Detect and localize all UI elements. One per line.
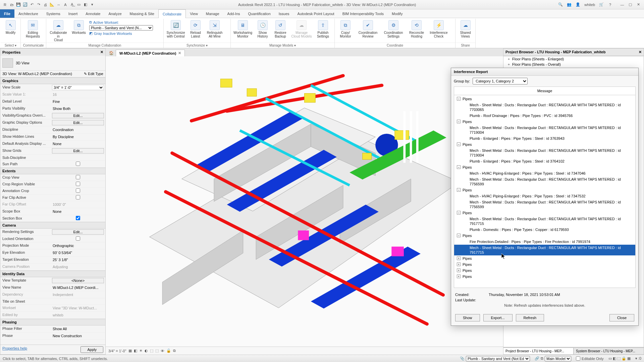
- status-workset-select[interactable]: Plumb - Sanitary and Vent (Not Ed: [466, 356, 530, 361]
- tab-view[interactable]: View: [186, 9, 202, 18]
- project-browser-item[interactable]: +Floor Plans (Sheets - Enlarged): [503, 56, 644, 62]
- view-type-label[interactable]: 3D View: [16, 61, 103, 65]
- property-row[interactable]: Camera PositionAdjusting: [0, 263, 105, 270]
- dialog-title[interactable]: Interference Report: [451, 68, 638, 76]
- maximize-button[interactable]: ▢: [627, 2, 634, 8]
- property-value[interactable]: 93' 0 53/64": [51, 249, 105, 256]
- status-model-select[interactable]: Main Model: [545, 356, 571, 361]
- revit-icon[interactable]: R: [2, 2, 8, 8]
- property-row[interactable]: Far Clip Offset1000' 0": [0, 201, 105, 208]
- dim-icon[interactable]: ↔: [56, 2, 62, 8]
- project-browser-item[interactable]: +Floor Plans (Sheets - Overall): [503, 62, 644, 67]
- active-workset-select[interactable]: Plumb - Sanitary and Vent (N...: [89, 25, 153, 31]
- property-value[interactable]: Show All: [51, 325, 105, 332]
- close-dialog-button[interactable]: Close: [609, 314, 634, 321]
- tab-architecture[interactable]: Architecture: [14, 9, 42, 18]
- property-row[interactable]: Rendering SettingsEdit...: [0, 229, 105, 236]
- property-value[interactable]: [51, 155, 105, 161]
- view-tab-close-icon[interactable]: ✕: [178, 51, 181, 55]
- vc-sun-icon[interactable]: ☀: [139, 349, 143, 353]
- save-icon[interactable]: 💾: [15, 2, 21, 8]
- property-category[interactable]: Graphics: [0, 77, 105, 84]
- property-value[interactable]: Edit...: [51, 229, 105, 235]
- text-icon[interactable]: A͟: [69, 2, 75, 8]
- publish-settings-button[interactable]: ⇪Publish Settings: [315, 19, 331, 38]
- open-icon[interactable]: 🗁: [9, 2, 15, 8]
- tree-item[interactable]: Mech - Sheet Metal : Ducts : Rectangular…: [454, 199, 635, 210]
- property-value[interactable]: [51, 174, 105, 181]
- status-filter-icon[interactable]: ▾ :0: [635, 356, 641, 361]
- vc-render-icon[interactable]: ⬚: [150, 349, 153, 353]
- editable-only-checkbox[interactable]: [576, 356, 580, 361]
- status-link-icon[interactable]: 🔗: [535, 356, 539, 361]
- property-value[interactable]: Fine: [51, 98, 105, 105]
- tab-collaborate[interactable]: Collaborate: [158, 9, 186, 18]
- tab-insert[interactable]: Insert: [64, 9, 82, 18]
- property-row[interactable]: DisciplineCoordination: [0, 126, 105, 133]
- properties-close-icon[interactable]: ✕: [100, 50, 103, 54]
- property-row[interactable]: Graphic Display OptionsEdit...: [0, 119, 105, 126]
- property-value[interactable]: [51, 188, 105, 194]
- property-value[interactable]: Show Both: [51, 105, 105, 112]
- property-category[interactable]: Camera: [0, 222, 105, 229]
- tree-group[interactable]: +Pipes: [454, 261, 635, 267]
- property-value[interactable]: <None>: [51, 277, 105, 284]
- status-select-icons[interactable]: ▭ ◧ ⬚ 🔒 ▦: [608, 356, 631, 361]
- tree-item[interactable]: Mech - HVAC Piping-Enlarged : Pipes : Pi…: [454, 193, 635, 199]
- tab-issues[interactable]: Issues: [275, 9, 293, 18]
- property-category[interactable]: Phasing: [0, 319, 105, 325]
- editing-requests-button[interactable]: ✉Editing Requests: [23, 19, 43, 38]
- tree-group[interactable]: −Pipes: [454, 210, 635, 216]
- vc-temp-icon[interactable]: ⧉: [173, 349, 176, 353]
- tab-file[interactable]: File: [0, 9, 14, 18]
- view-scale[interactable]: 3/4" = 1'-0": [108, 349, 126, 353]
- browser-tab-project[interactable]: Project Browser - LTU Housing - MEP...: [503, 348, 574, 355]
- refresh-button[interactable]: Refresh: [516, 314, 544, 321]
- worksets-button[interactable]: ⧉Worksets: [70, 19, 87, 35]
- tree-group[interactable]: +Pipes: [454, 255, 635, 261]
- property-value[interactable]: [51, 161, 105, 167]
- property-row[interactable]: Show GridsEdit...: [0, 147, 105, 155]
- tree-item[interactable]: Mech - HVAC Piping-Enlarged : Pipes : Pi…: [454, 170, 635, 176]
- show-button[interactable]: Show: [455, 314, 480, 321]
- view-instance-label[interactable]: 3D View: W-MDuct-L2 (MEP Coordination): [2, 72, 72, 76]
- modify-button[interactable]: ↖Modify: [3, 19, 18, 35]
- tree-item[interactable]: Mech - Sheet Metal : Ducts : Rectangular…: [454, 147, 635, 158]
- interference-check-button[interactable]: ⚡Interference Check: [428, 19, 449, 38]
- tree-item[interactable]: Fire Protection-Detailed : Pipes : Pipe …: [454, 239, 635, 245]
- tree-item[interactable]: Mech - Sheet Metal : Ducts : Rectangular…: [454, 125, 635, 135]
- reconcile-hosting-button[interactable]: ⟲Reconcile Hosting: [407, 19, 426, 38]
- show-history-button[interactable]: 🕓Show History: [255, 19, 270, 38]
- gray-inactive-button[interactable]: ◩Gray Inactive Worksets: [89, 31, 153, 36]
- interference-report-dialog[interactable]: Interference Report Group by: Category 1…: [451, 68, 639, 326]
- collab-icon[interactable]: 👥: [566, 2, 573, 8]
- property-value[interactable]: None: [51, 140, 105, 147]
- tab-systems[interactable]: Systems: [42, 9, 64, 18]
- property-value[interactable]: None: [51, 208, 105, 215]
- tree-item[interactable]: Plumb - Roof Drainage : Pipes : Pipe Typ…: [454, 113, 635, 119]
- group-select[interactable]: Select ▾: [1, 43, 20, 48]
- switch-windows-icon[interactable]: ▾: [89, 2, 95, 8]
- tag-icon[interactable]: A: [62, 2, 68, 8]
- relinquish-button[interactable]: ⇲Relinquish All Mine: [205, 19, 224, 38]
- interference-tree[interactable]: −PipesMech - Sheet Metal : Ducts : Recta…: [454, 95, 636, 288]
- print-icon[interactable]: 🖨: [42, 2, 48, 8]
- property-value[interactable]: 3/4" = 1'-0": [51, 84, 105, 91]
- shared-views-button[interactable]: ☁Shared Views: [458, 19, 473, 38]
- worksharing-monitor-button[interactable]: 🖥Worksharing Monitor: [233, 19, 253, 38]
- property-value[interactable]: Coordination: [51, 126, 105, 133]
- tree-item[interactable]: Mech - Sheet Metal : Ducts : Rectangular…: [454, 102, 635, 113]
- property-row[interactable]: Visibility/Graphics Overri...Edit...: [0, 112, 105, 119]
- property-row[interactable]: Projection ModeOrthographic: [0, 242, 105, 249]
- tree-group[interactable]: −Pipes: [454, 187, 635, 193]
- properties-grid[interactable]: GraphicsView Scale3/4" = 1'-0"Scale Valu…: [0, 77, 105, 345]
- vc-hide-icon[interactable]: 👁: [161, 349, 164, 353]
- property-row[interactable]: Eye Elevation93' 0 53/64": [0, 249, 105, 256]
- apply-button[interactable]: Apply: [80, 346, 103, 353]
- property-row[interactable]: Locked Orientation: [0, 236, 105, 242]
- sync-icon[interactable]: 🔄: [22, 2, 28, 8]
- vc-reveal-icon[interactable]: 🔓: [166, 349, 171, 353]
- property-value[interactable]: [51, 194, 105, 201]
- group-by-select[interactable]: Category 1, Category 2: [473, 78, 528, 84]
- vc-shadow-icon[interactable]: ◐: [145, 349, 148, 353]
